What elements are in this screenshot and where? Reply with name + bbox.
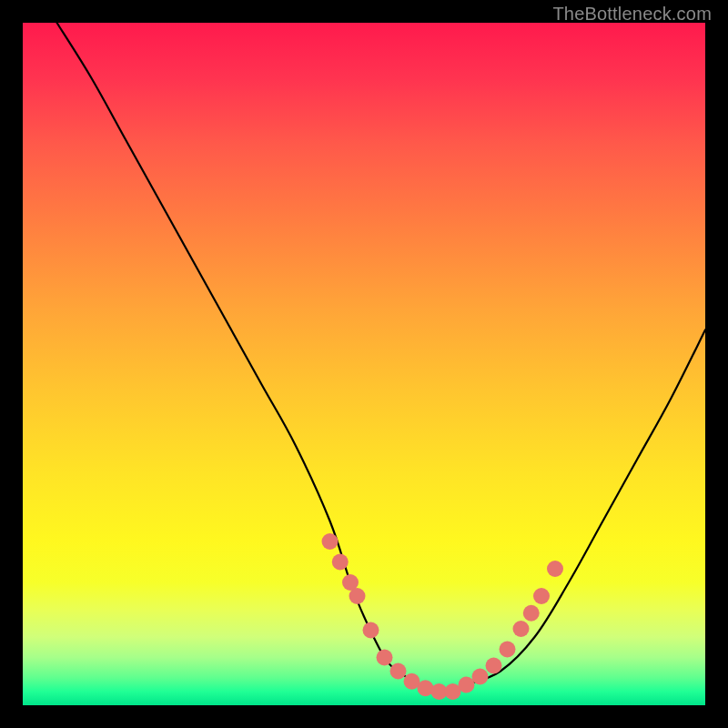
marker-dot	[523, 605, 540, 622]
marker-dot	[500, 642, 516, 658]
watermark-text: TheBottleneck.com	[552, 4, 712, 25]
chart-container: TheBottleneck.com	[0, 0, 728, 728]
marker-dot	[322, 533, 339, 550]
marker-dot	[513, 621, 530, 637]
chart-svg	[23, 23, 705, 705]
marker-dot	[547, 561, 563, 577]
marker-dot	[418, 680, 434, 696]
marker-dot	[459, 677, 475, 693]
marker-dot	[472, 669, 489, 685]
marker-dot	[533, 588, 550, 604]
curve-markers	[322, 533, 564, 700]
marker-dot	[377, 650, 393, 666]
marker-dot	[363, 622, 379, 639]
marker-dot	[349, 588, 366, 604]
marker-dot	[332, 554, 349, 571]
curve-line	[57, 23, 706, 693]
marker-dot	[390, 663, 407, 680]
marker-dot	[486, 658, 502, 674]
